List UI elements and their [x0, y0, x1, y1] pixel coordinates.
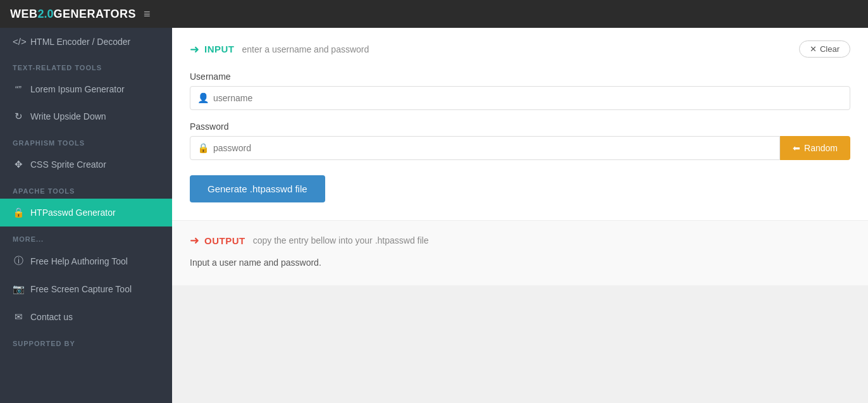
output-text: Input a user name and password.: [190, 257, 850, 268]
user-icon: 👤: [197, 92, 209, 104]
username-label: Username: [190, 71, 850, 82]
sidebar-item-css-sprite[interactable]: ✥ CSS Sprite Creator: [0, 151, 172, 178]
sidebar-item-label: Free Help Authoring Tool: [30, 256, 128, 266]
output-title-keyword: OUTPUT: [204, 235, 245, 246]
lock-field-icon: 🔒: [197, 142, 209, 154]
sidebar-item-label: Lorem Ipsum Generator: [30, 84, 125, 94]
generate-label: Generate .htpasswd file: [208, 183, 307, 194]
sidebar-item-contact[interactable]: ✉ Contact us: [0, 303, 172, 331]
username-input[interactable]: [190, 86, 850, 110]
sidebar-item-label: HTPasswd Generator: [30, 208, 116, 218]
logo: WEB 2.0 GENERATORS: [10, 8, 136, 21]
sidebar-item-lorem-ipsum[interactable]: “” Lorem Ipsum Generator: [0, 75, 172, 102]
password-input[interactable]: [190, 136, 780, 160]
lock-icon: 🔒: [13, 207, 24, 218]
refresh-icon: ↻: [13, 111, 24, 122]
random-button[interactable]: ⬅ Random: [780, 136, 850, 160]
puzzle-icon: ✥: [13, 159, 24, 170]
output-card: ➜ OUTPUT copy the entry bellow into your…: [172, 220, 868, 285]
help-icon: ⓘ: [13, 255, 24, 267]
quote-icon: “”: [13, 84, 24, 94]
logo-web: WEB: [10, 8, 38, 21]
layout: </> HTML Encoder / Decoder TEXT-RELATED …: [0, 28, 868, 403]
clear-label: Clear: [820, 44, 840, 54]
sidebar-item-label: CSS Sprite Creator: [30, 159, 106, 170]
input-card: ➜ INPUT enter a username and password ✕ …: [172, 28, 868, 220]
sidebar-item-htpasswd[interactable]: 🔒 HTPasswd Generator: [0, 199, 172, 226]
password-input-wrapper: 🔒: [190, 136, 780, 160]
sidebar-item-label: Contact us: [30, 312, 73, 322]
random-arrow-icon: ⬅: [793, 143, 800, 153]
menu-icon[interactable]: ≡: [144, 8, 151, 21]
sidebar-item-free-screen[interactable]: 📷 Free Screen Capture Tool: [0, 275, 172, 303]
clear-button[interactable]: ✕ Clear: [799, 40, 850, 58]
email-icon: ✉: [13, 311, 24, 323]
password-label: Password: [190, 121, 850, 132]
sidebar-section-supported: SUPPORTED BY: [0, 331, 172, 351]
sidebar-section-apache: APACHE TOOLS: [0, 178, 172, 199]
output-title-desc: copy the entry bellow into your .htpassw…: [253, 235, 429, 245]
main-content: ➜ INPUT enter a username and password ✕ …: [172, 28, 868, 403]
camera-icon: 📷: [13, 283, 24, 295]
card-header-left: ➜ INPUT enter a username and password: [190, 42, 369, 56]
sidebar: </> HTML Encoder / Decoder TEXT-RELATED …: [0, 28, 172, 403]
logo-gen: GENERATORS: [54, 8, 136, 21]
output-arrow-icon: ➜: [190, 233, 199, 247]
sidebar-section-graphism: GRAPHISM TOOLS: [0, 130, 172, 151]
input-arrow-icon: ➜: [190, 42, 199, 56]
sidebar-item-label: Free Screen Capture Tool: [30, 284, 132, 294]
logo-20: 2.0: [38, 8, 54, 21]
card-header: ➜ INPUT enter a username and password ✕ …: [190, 40, 850, 58]
sidebar-item-label: HTML Encoder / Decoder: [30, 37, 130, 47]
input-title-desc: enter a username and password: [242, 44, 369, 54]
sidebar-section-more: MORE...: [0, 226, 172, 247]
sidebar-item-html-encoder[interactable]: </> HTML Encoder / Decoder: [0, 28, 172, 55]
clear-x-icon: ✕: [810, 44, 817, 54]
topbar: WEB 2.0 GENERATORS ≡: [0, 0, 868, 28]
username-wrapper: 👤: [190, 86, 850, 110]
code-icon: </>: [13, 36, 24, 47]
input-title-keyword: INPUT: [204, 44, 235, 54]
generate-button[interactable]: Generate .htpasswd file: [190, 175, 325, 202]
random-label: Random: [804, 143, 838, 153]
sidebar-item-label: Write Upside Down: [30, 111, 106, 121]
sidebar-item-write-upside[interactable]: ↻ Write Upside Down: [0, 102, 172, 130]
sidebar-item-free-help[interactable]: ⓘ Free Help Authoring Tool: [0, 247, 172, 275]
password-row: 🔒 ⬅ Random: [190, 136, 850, 160]
output-header: ➜ OUTPUT copy the entry bellow into your…: [190, 233, 850, 247]
sidebar-section-text: TEXT-RELATED TOOLS: [0, 55, 172, 75]
